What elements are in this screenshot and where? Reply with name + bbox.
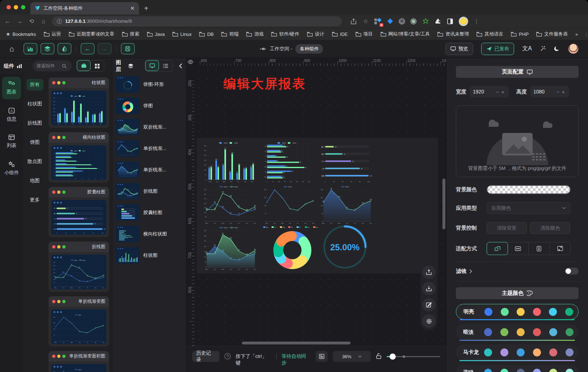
theme-color-dot[interactable] [565,308,573,316]
theme-row-暗淡[interactable]: 暗淡 [456,324,579,340]
component-card-preview[interactable]: 050100150200250300350data1data2Sun130160… [51,145,106,180]
filter-toggle[interactable] [565,268,579,275]
fit-height-button[interactable] [529,242,550,255]
tab-close-icon[interactable]: ✕ [130,5,135,12]
category-折线图[interactable]: 折线图 [24,117,46,129]
chart-double-area[interactable]: 050100150200250300350MonTueWedThuFriSatS… [202,227,257,270]
theme-color-dot[interactable] [566,369,574,372]
bookmark-item[interactable]: PHP [511,31,529,37]
vertical-scrollbar[interactable] [442,179,445,229]
import-button[interactable] [422,282,436,295]
chevron-right-icon[interactable] [469,269,472,273]
layer-item[interactable]: 饼图-环形 [116,76,182,93]
bg-color-swatch[interactable] [487,185,571,194]
extension-command-icon[interactable]: ⌘ [399,18,405,25]
height-increment[interactable]: + [560,89,566,95]
component-card-preview[interactable]: 050100150200MonTueWedThuFriSatSundata112… [51,364,106,372]
bookmark-item[interactable]: 资讯未整理 [437,31,469,37]
category-饼图[interactable]: 饼图 [26,137,43,148]
minimize-window-button[interactable] [14,5,18,9]
preview-button[interactable]: 预览 [445,43,473,55]
bookmark-item[interactable]: Linux [172,31,192,37]
theme-row-马卡龙[interactable]: 马卡龙 [456,344,579,360]
bookmark-item[interactable]: 其他语言 [476,31,503,37]
close-window-button[interactable] [7,5,11,9]
canvas-grid[interactable]: 编辑大屏报表 050100150200250300350MonTueWedThu… [194,66,446,346]
theme-color-dot[interactable] [517,308,525,316]
chart-gradient-area[interactable]: 050100150200MonTueWedThuFriSatSundata112… [319,186,373,224]
zoom-slider[interactable] [387,351,440,362]
browser-tab[interactable]: 工作空间-各种组件 ✕ [30,2,139,14]
bookmark-item[interactable]: 运营 [44,31,61,37]
layer-item[interactable]: 单折线渐... [116,140,182,157]
bookmarks-overflow-chevron[interactable]: » [575,32,578,37]
category-柱状图[interactable]: 柱状图 [24,98,46,110]
theme-color-header[interactable]: 主题颜色 [456,287,579,299]
component-card[interactable]: 单折线渐变图050100150200MonTueWedThuFriSatSund… [49,296,109,347]
category-地图[interactable]: 地图 [26,175,43,187]
bookmark-item[interactable]: 近期需要读的文章 [69,31,114,37]
bookmark-item[interactable]: 前端 [221,31,239,37]
theme-color-dot[interactable] [517,348,525,356]
edit-button[interactable] [422,298,436,312]
dark-mode-moon-icon[interactable] [554,46,560,52]
nav-charts[interactable]: 图表 [2,77,21,99]
extension-star-icon[interactable] [422,18,429,25]
chart-line[interactable]: 050100150200250300350MonTueWedThuFriSatS… [202,186,257,224]
height-stepper[interactable]: 1080−+ [530,86,569,97]
magic-wand-icon[interactable] [540,46,546,52]
redo-button[interactable]: → [98,43,112,54]
lock-icon[interactable] [376,352,382,360]
fit-scale-button[interactable] [487,242,508,255]
theme-color-dot[interactable] [484,369,492,372]
component-grid-view-button[interactable] [90,60,104,71]
bookmark-item[interactable]: 文件服务器 [536,31,568,37]
clear-color-button[interactable]: 清除颜色 [530,222,570,234]
bookmark-item[interactable]: 搜索 [122,31,139,37]
theme-color-dot[interactable] [533,369,541,372]
chart-bar[interactable]: 050100150200250300350MonTueWedThuFriSatS… [202,142,257,183]
reload-icon[interactable]: ⟲ [28,18,35,25]
extensions-puzzle-icon[interactable] [434,18,441,25]
extension-gem-icon[interactable] [386,18,394,25]
theme-color-dot[interactable] [533,328,541,336]
bookmark-item[interactable]: 网站/博客/文章/工具 [381,31,430,37]
search-input[interactable] [36,63,62,69]
bookmark-item[interactable]: IDE [332,31,348,37]
theme-color-dot[interactable] [484,348,492,356]
extension-circle-icon[interactable] [410,18,417,25]
clear-background-button[interactable]: 清除背景 [487,222,527,234]
history-button[interactable]: 历史记录 [192,351,219,362]
component-card-preview[interactable]: 050100150200250300350MonTueWedThuFriSatS… [51,91,106,125]
category-更多[interactable]: 更多 [26,194,43,206]
profile-avatar[interactable] [459,17,468,26]
layer-thumbnail-view-button[interactable] [145,60,159,71]
theme-color-dot[interactable] [533,348,541,356]
theme-color-dot[interactable] [500,369,508,372]
theme-color-dot[interactable] [500,348,508,356]
chart-capsule[interactable]: 厦门20南阳40北京60上海80新疆100020406080100 [319,142,373,183]
address-bar[interactable]: i 127.0.0.1:3000/#/chart/home/9 [52,16,342,26]
theme-color-dot[interactable] [484,328,492,336]
chart-pie-ring[interactable]: MonTueWedThuFriSatSun [262,226,322,270]
site-info-icon[interactable]: i [57,19,62,24]
eye-icon[interactable] [186,58,194,66]
layer-item[interactable]: 饼图 [116,97,182,114]
bookmark-star-icon[interactable]: ☆ [362,18,369,25]
component-card[interactable]: 柱状图050100150200250300350MonTueWedThuFriS… [49,78,109,128]
theme-color-dot[interactable] [533,308,541,316]
theme-color-dot[interactable] [484,308,492,316]
browser-home-icon[interactable]: ⌂ [40,18,47,25]
layer-item[interactable]: 单折线渐... [116,162,182,178]
layer-item[interactable]: 双折线渐... [116,119,182,135]
user-avatar[interactable] [568,43,579,54]
theme-color-dot[interactable] [549,369,557,372]
theme-color-dot[interactable] [501,308,509,316]
component-card-preview[interactable]: 050100150200250300350MonTueWedThuFriSatS… [51,255,106,289]
layer-item[interactable]: 折线图 [116,183,182,200]
extension-tabs-icon[interactable]: 9 [374,18,381,25]
bookmarks-root[interactable]: ★Bookmarks [6,31,36,37]
dashboard-preview[interactable]: 050100150200250300350MonTueWedThuFriSatS… [197,138,438,273]
background-upload-dropzone[interactable]: 背景图需小于 5M ，格式为 png/jpg/gif 的文件 [456,105,579,177]
category-散点图[interactable]: 散点图 [24,156,46,167]
